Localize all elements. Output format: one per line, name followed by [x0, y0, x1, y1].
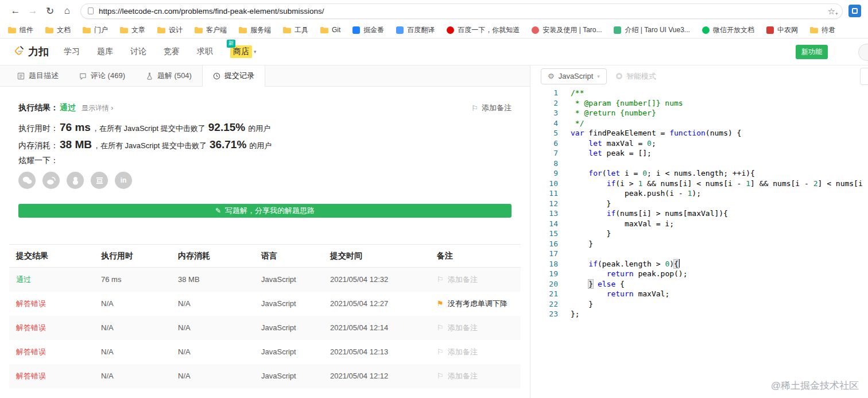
- nav-item-label: 竞赛: [164, 47, 180, 57]
- bookmark-item[interactable]: 百度一下，你就知道: [447, 25, 520, 35]
- result-cell[interactable]: 解答错误: [9, 316, 94, 340]
- fullscreen-button[interactable]: [860, 68, 868, 85]
- folder-icon: [157, 27, 165, 33]
- memory-cell: 38 MB: [171, 268, 254, 292]
- note-cell[interactable]: ⚐添加备注: [430, 268, 521, 292]
- url-text[interactable]: https://leetcode-cn.com/problems/find-pe…: [99, 7, 828, 16]
- code-line: * @param {number[]} nums: [571, 98, 868, 109]
- flag-icon: ⚑: [437, 299, 444, 308]
- show-detail-link[interactable]: 显示详情 ›: [82, 103, 113, 113]
- result-cell[interactable]: 通过: [9, 268, 94, 292]
- code-line: let peak = [];: [571, 148, 868, 159]
- line-number: 18: [530, 259, 558, 269]
- result-cell[interactable]: 解答错误: [9, 364, 94, 388]
- avatar[interactable]: [858, 44, 868, 61]
- add-note-button[interactable]: ⚐ 添加备注: [471, 103, 512, 113]
- main-content: 题目描述评论 (469)题解 (504)提交记录 执行结果： 通过 显示详情 ›…: [0, 65, 868, 398]
- nav-item-jobs[interactable]: 求职: [197, 45, 213, 58]
- note-cell[interactable]: ⚐添加备注: [430, 340, 521, 364]
- extension-icon[interactable]: [848, 5, 861, 17]
- line-number: 22: [530, 299, 558, 310]
- bookmark-label: 安装及使用 | Taro...: [542, 25, 602, 35]
- note-label: 添加备注: [448, 323, 478, 332]
- write-solution-button[interactable]: ✎ 写题解，分享我的解题思路: [18, 204, 512, 218]
- home-button[interactable]: ⌂: [59, 3, 76, 19]
- tab-comments[interactable]: 评论 (469): [69, 65, 135, 86]
- code-line: if(peak.length > 0){: [571, 259, 868, 269]
- tab-submissions[interactable]: 提交记录: [202, 65, 265, 87]
- code-editor[interactable]: 1234567891011121314151617181920212223 /*…: [530, 87, 868, 319]
- line-number: 23: [530, 309, 558, 319]
- language-selector[interactable]: ⚙ JavaScript ▾: [541, 68, 607, 84]
- language-cell: JavaScript: [254, 364, 323, 388]
- bookmark-item[interactable]: 设计: [157, 25, 183, 35]
- result-status: 通过: [60, 103, 76, 113]
- bookmark-item[interactable]: 文档: [45, 25, 71, 35]
- runtime-cell: N/A: [94, 316, 171, 340]
- result-cell[interactable]: 解答错误: [9, 292, 94, 316]
- new-feature-badge[interactable]: 新功能: [796, 45, 828, 59]
- bookmark-item[interactable]: 掘金番: [352, 25, 384, 35]
- language-cell: JavaScript: [254, 268, 323, 292]
- time-cell: 2021/05/04 12:12: [323, 364, 430, 388]
- note-cell[interactable]: ⚐添加备注: [430, 316, 521, 340]
- nav-item-label: 学习: [64, 47, 80, 57]
- submission-row[interactable]: 解答错误N/AN/AJavaScript2021/05/04 12:13⚐添加备…: [9, 340, 521, 364]
- bookmark-item[interactable]: 待君: [810, 25, 835, 35]
- runtime-cell: N/A: [94, 292, 171, 316]
- runtime-suffix: 的用户: [248, 123, 270, 134]
- nav-item-discuss[interactable]: 讨论: [130, 45, 146, 58]
- linkedin-icon[interactable]: in: [115, 172, 132, 189]
- nav-item-store[interactable]: 商店新▾: [230, 45, 257, 58]
- tab-solutions[interactable]: 题解 (504): [135, 65, 202, 86]
- bookmark-item[interactable]: 服务端: [239, 25, 271, 35]
- line-numbers: 1234567891011121314151617181920212223: [530, 88, 558, 319]
- qq-icon[interactable]: [67, 172, 84, 189]
- flag-icon: ⚐: [471, 105, 478, 112]
- bookmark-item[interactable]: Git: [320, 26, 340, 34]
- note-label: 添加备注: [448, 347, 478, 356]
- bookmark-item[interactable]: 门户: [83, 25, 108, 35]
- submission-row[interactable]: 解答错误N/AN/AJavaScript2021/05/04 12:14⚐添加备…: [9, 316, 521, 340]
- add-favorite-icon[interactable]: ☆+: [828, 7, 835, 16]
- result-cell[interactable]: 解答错误: [9, 340, 94, 364]
- bookmark-item[interactable]: 介绍 | Taro UI Vue3...: [614, 25, 689, 35]
- address-bar[interactable]: https://leetcode-cn.com/problems/find-pe…: [80, 3, 843, 19]
- code-line: [571, 249, 868, 259]
- nav-item-contest[interactable]: 竞赛: [164, 45, 180, 58]
- bookmark-item[interactable]: 客户端: [195, 25, 227, 35]
- bookmark-item[interactable]: 文章: [120, 25, 145, 35]
- forward-button[interactable]: →: [24, 3, 41, 19]
- submission-row[interactable]: 解答错误N/AN/AJavaScript2021/05/04 12:12⚐添加备…: [9, 364, 521, 388]
- note-cell[interactable]: ⚑没有考虑单调下降: [430, 292, 521, 316]
- bookmark-item[interactable]: 百度翻译: [396, 25, 435, 35]
- submission-row[interactable]: 通过76 ms38 MBJavaScript2021/05/04 12:32⚐添…: [9, 268, 521, 292]
- tab-description[interactable]: 题目描述: [7, 65, 69, 86]
- nav-item-problems[interactable]: 题库: [97, 45, 113, 58]
- line-number: 21: [530, 289, 558, 299]
- bookmark-label: 客户端: [206, 25, 227, 35]
- description-icon: [17, 72, 25, 80]
- douban-icon[interactable]: [91, 172, 108, 189]
- bookmark-item[interactable]: 中农网: [766, 25, 798, 35]
- nav-item-learn[interactable]: 学习: [64, 45, 80, 58]
- bookmark-item[interactable]: 安装及使用 | Taro...: [532, 25, 602, 35]
- memory-cell: N/A: [171, 340, 254, 364]
- wechat-icon[interactable]: [18, 172, 36, 189]
- refresh-button[interactable]: ↻: [41, 3, 59, 19]
- runtime-cell: N/A: [94, 364, 171, 388]
- leetcode-logo[interactable]: 力扣: [15, 45, 49, 59]
- line-number: 6: [530, 138, 558, 149]
- time-cell: 2021/05/04 12:32: [323, 268, 430, 292]
- bookmark-item[interactable]: 组件: [8, 25, 33, 35]
- submission-row[interactable]: 解答错误N/AN/AJavaScript2021/05/04 12:27⚑没有考…: [9, 292, 521, 316]
- bookmark-label: 百度翻译: [407, 25, 435, 35]
- bookmark-label: 组件: [20, 25, 33, 35]
- comment-icon: [79, 72, 87, 80]
- bookmark-item[interactable]: 工具: [283, 25, 308, 35]
- bookmark-item[interactable]: 微信开放文档: [702, 25, 754, 35]
- note-cell[interactable]: ⚐添加备注: [430, 364, 521, 388]
- back-button[interactable]: ←: [7, 3, 24, 19]
- weibo-icon[interactable]: [42, 172, 60, 189]
- smart-mode-toggle[interactable]: 智能模式: [616, 71, 656, 82]
